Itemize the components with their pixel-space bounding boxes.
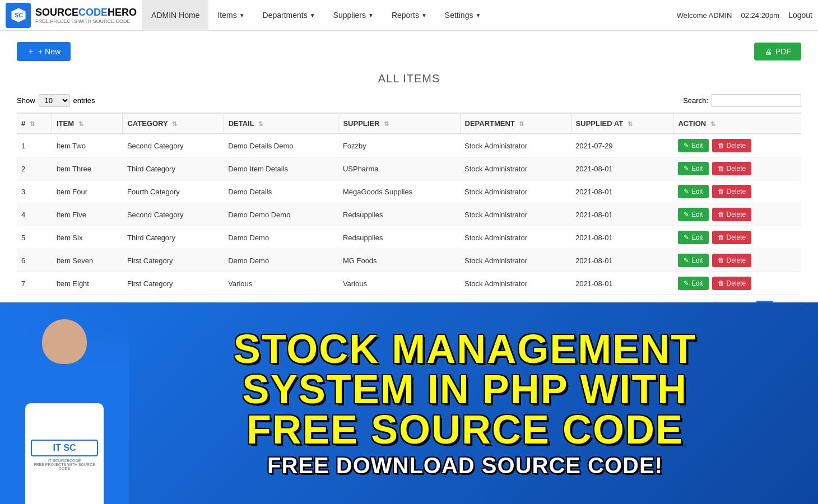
trash-icon: 🗑 bbox=[718, 142, 724, 150]
edit-button[interactable]: ✎ Edit bbox=[678, 162, 709, 175]
pdf-icon: 🖨 bbox=[764, 47, 772, 56]
person-body: IT SC IT SOURCECODEFREE PROJECTS WITH SO… bbox=[25, 403, 104, 504]
cell-supplier: MG Foods bbox=[338, 249, 460, 272]
nav-item-departments[interactable]: Departments ▼ bbox=[254, 0, 324, 31]
cell-supplied-at: 2021-07-29 bbox=[571, 134, 673, 157]
items-table: # ⇅ ITEM ⇅ CATEGORY ⇅ DETAIL ⇅ SUPPLIER … bbox=[17, 113, 801, 295]
cell-detail: Demo Demo bbox=[224, 249, 338, 272]
cell-num: 1 bbox=[17, 134, 52, 157]
trash-icon: 🗑 bbox=[718, 234, 724, 241]
table-row: 7 Item Eight First Category Various Vari… bbox=[17, 272, 801, 295]
cell-supplier: Redsupplies bbox=[338, 203, 460, 226]
cell-supplied-at: 2021-08-01 bbox=[571, 180, 673, 203]
cell-item: Item Four bbox=[52, 180, 123, 203]
nav-item-settings[interactable]: Settings ▼ bbox=[436, 0, 490, 31]
delete-button[interactable]: 🗑 Delete bbox=[712, 277, 752, 290]
cell-item: Item Five bbox=[52, 203, 123, 226]
sort-icon-num: ⇅ bbox=[30, 120, 35, 127]
overlay-text: STOCK MANAGEMENT SYSTEM IN PHP WITH FREE… bbox=[122, 329, 697, 478]
edit-button[interactable]: ✎ Edit bbox=[678, 254, 709, 267]
sort-icon-action: ⇅ bbox=[710, 120, 715, 127]
sort-icon-category: ⇅ bbox=[172, 120, 177, 127]
cell-item: Item Three bbox=[52, 157, 123, 180]
cell-category: Fourth Category bbox=[123, 180, 224, 203]
show-entries-control: Show 10 25 50 100 entries bbox=[17, 94, 95, 107]
cell-item: Item Eight bbox=[52, 272, 123, 295]
cell-action: ✎ Edit 🗑 Delete bbox=[673, 134, 801, 157]
table-body: 1 Item Two Second Category Demo Details … bbox=[17, 134, 801, 295]
cell-detail: Demo Demo bbox=[224, 226, 338, 249]
items-dropdown-icon: ▼ bbox=[239, 12, 245, 18]
nav-item-items[interactable]: Items ▼ bbox=[208, 0, 253, 31]
cell-action: ✎ Edit 🗑 Delete bbox=[673, 157, 801, 180]
cell-department: Stock Administrator bbox=[460, 272, 571, 295]
logout-button[interactable]: Logout bbox=[788, 11, 812, 20]
edit-icon: ✎ bbox=[684, 211, 689, 218]
datatable-controls: Show 10 25 50 100 entries Search: bbox=[17, 94, 801, 107]
brand: SC SOURCECODEHERO FREE PROJECTS WITH SOU… bbox=[6, 3, 137, 28]
delete-button[interactable]: 🗑 Delete bbox=[712, 208, 752, 221]
delete-button[interactable]: 🗑 Delete bbox=[712, 254, 752, 267]
col-action: ACTION ⇅ bbox=[673, 113, 801, 134]
delete-button[interactable]: 🗑 Delete bbox=[712, 162, 752, 175]
svg-text:SC: SC bbox=[15, 12, 23, 18]
cell-department: Stock Administrator bbox=[460, 157, 571, 180]
cell-detail: Demo Details bbox=[224, 180, 338, 203]
col-supplied-at: SUPPLIED AT ⇅ bbox=[571, 113, 673, 134]
cell-category: Third Category bbox=[123, 157, 224, 180]
cell-detail: Demo Details Demo bbox=[224, 134, 338, 157]
new-button[interactable]: ＋ + New bbox=[17, 42, 71, 61]
overlay-banner: IT SC IT SOURCECODEFREE PROJECTS WITH SO… bbox=[0, 302, 818, 504]
nav-time: 02:24:20pm bbox=[741, 11, 780, 20]
brand-subtitle: FREE PROJECTS WITH SOURCE CODE bbox=[35, 18, 137, 24]
edit-button[interactable]: ✎ Edit bbox=[678, 185, 709, 198]
trash-icon: 🗑 bbox=[718, 211, 724, 218]
trash-icon: 🗑 bbox=[718, 188, 724, 195]
table-row: 4 Item Five Second Category Demo Demo De… bbox=[17, 203, 801, 226]
overlay-person: IT SC IT SOURCECODEFREE PROJECTS WITH SO… bbox=[0, 308, 129, 504]
edit-button[interactable]: ✎ Edit bbox=[678, 208, 709, 221]
sort-icon-item: ⇅ bbox=[78, 120, 83, 127]
delete-button[interactable]: 🗑 Delete bbox=[712, 231, 752, 244]
overlay-title-line1: STOCK MANAGEMENT bbox=[234, 329, 697, 369]
table-row: 2 Item Three Third Category Demo Item De… bbox=[17, 157, 801, 180]
delete-button[interactable]: 🗑 Delete bbox=[712, 185, 752, 198]
cell-department: Stock Administrator bbox=[460, 226, 571, 249]
sort-icon-supplied-at: ⇅ bbox=[628, 120, 633, 127]
cell-supplied-at: 2021-08-01 bbox=[571, 249, 673, 272]
table-row: 3 Item Four Fourth Category Demo Details… bbox=[17, 180, 801, 203]
table-header: # ⇅ ITEM ⇅ CATEGORY ⇅ DETAIL ⇅ SUPPLIER … bbox=[17, 113, 801, 134]
edit-icon: ✎ bbox=[684, 165, 689, 172]
col-num: # ⇅ bbox=[17, 113, 52, 134]
delete-button[interactable]: 🗑 Delete bbox=[712, 139, 752, 152]
cell-num: 7 bbox=[17, 272, 52, 295]
pdf-button[interactable]: 🖨 PDF bbox=[754, 43, 801, 60]
brand-logo: SC bbox=[6, 3, 31, 28]
cell-category: Third Category bbox=[123, 226, 224, 249]
overlay-title-line2: SYSTEM IN PHP WITH bbox=[234, 369, 697, 409]
edit-icon: ✎ bbox=[684, 279, 689, 287]
col-supplier: SUPPLIER ⇅ bbox=[338, 113, 460, 134]
edit-button[interactable]: ✎ Edit bbox=[678, 277, 709, 290]
departments-dropdown-icon: ▼ bbox=[310, 12, 315, 18]
overlay-subtitle: FREE DOWNLOAD SOURCE CODE! bbox=[234, 453, 697, 478]
edit-button[interactable]: ✎ Edit bbox=[678, 231, 709, 244]
cell-detail: Various bbox=[224, 272, 338, 295]
cell-supplier: Various bbox=[338, 272, 460, 295]
nav-item-suppliers[interactable]: Suppliers ▼ bbox=[324, 0, 383, 31]
table-row: 5 Item Six Third Category Demo Demo Reds… bbox=[17, 226, 801, 249]
search-input[interactable] bbox=[712, 94, 801, 107]
sort-icon-supplier: ⇅ bbox=[384, 120, 389, 127]
entries-select[interactable]: 10 25 50 100 bbox=[39, 94, 70, 107]
cell-category: Second Category bbox=[123, 203, 224, 226]
cell-supplied-at: 2021-08-01 bbox=[571, 272, 673, 295]
nav-items: ADMIN Home Items ▼ Departments ▼ Supplie… bbox=[142, 0, 677, 31]
edit-button[interactable]: ✎ Edit bbox=[678, 139, 709, 152]
nav-item-admin-home[interactable]: ADMIN Home bbox=[142, 0, 208, 31]
pdf-button-label: PDF bbox=[775, 47, 791, 56]
cell-num: 2 bbox=[17, 157, 52, 180]
nav-welcome: Welcome ADMIN bbox=[677, 11, 732, 20]
nav-item-reports[interactable]: Reports ▼ bbox=[383, 0, 436, 31]
trash-icon: 🗑 bbox=[718, 165, 724, 172]
cell-action: ✎ Edit 🗑 Delete bbox=[673, 226, 801, 249]
